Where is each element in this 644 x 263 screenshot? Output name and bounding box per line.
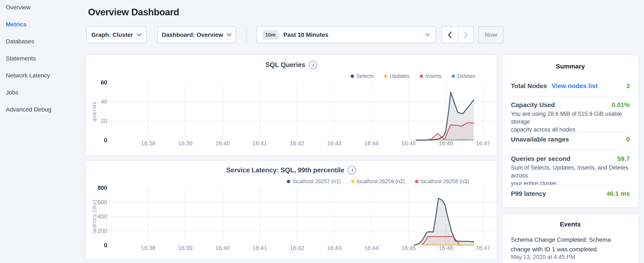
legend-label: Selects bbox=[356, 73, 374, 79]
time-range-label: Past 10 Minutes bbox=[284, 32, 328, 38]
legend-dot-icon bbox=[287, 180, 290, 183]
svg-text:16:41: 16:41 bbox=[252, 140, 267, 147]
sql-queries-chart[interactable]: 020406016:3816:3916:4016:4116:4216:4316:… bbox=[86, 55, 497, 155]
event-timestamp: May 13, 2020 at 4:45 PM bbox=[511, 254, 630, 260]
legend-label: localhost:26257 (n1) bbox=[292, 178, 341, 184]
event-item[interactable]: Schema Change Completed: Schema change w… bbox=[511, 235, 630, 254]
graph-dropdown[interactable]: Graph: Cluster bbox=[86, 26, 146, 43]
sidebar-item-databases[interactable]: Databases bbox=[6, 37, 85, 46]
svg-text:60: 60 bbox=[101, 79, 107, 86]
svg-text:16:42: 16:42 bbox=[290, 245, 304, 251]
events-title: Events bbox=[502, 221, 638, 228]
sidebar-item-metrics[interactable]: Metrics bbox=[6, 20, 85, 29]
divider bbox=[511, 132, 630, 133]
sidebar-item-advanced-debug[interactable]: Advanced Debug bbox=[6, 105, 85, 114]
summary-panel: Summary Total Nodes View nodes list 3 Ca… bbox=[502, 55, 639, 208]
time-range-dropdown[interactable]: 10m Past 10 Minutes bbox=[256, 26, 436, 43]
chart-legend: localhost:26257 (n1)localhost:26259 (n2)… bbox=[287, 178, 469, 184]
svg-text:16:39: 16:39 bbox=[178, 140, 193, 147]
capacity-used-value: 0.01% bbox=[612, 101, 630, 109]
next-interval-button[interactable] bbox=[458, 27, 474, 43]
service-latency-chart[interactable]: 020040060080016:3816:3916:4016:4116:4216… bbox=[86, 161, 497, 259]
svg-text:800: 800 bbox=[98, 185, 107, 191]
svg-text:16:38: 16:38 bbox=[141, 140, 156, 147]
svg-text:16:43: 16:43 bbox=[327, 245, 342, 251]
p99-latency-value: 46.1 ms bbox=[606, 190, 630, 197]
legend-dot-icon bbox=[351, 180, 354, 183]
svg-text:16:40: 16:40 bbox=[216, 140, 230, 147]
legend-item: localhost:26259 (n2) bbox=[351, 178, 405, 184]
svg-text:queries: queries bbox=[91, 101, 97, 122]
svg-text:16:46: 16:46 bbox=[438, 245, 453, 251]
legend-item: localhost:26257 (n1) bbox=[287, 178, 341, 184]
legend-item: Updates bbox=[384, 73, 410, 79]
svg-text:16:39: 16:39 bbox=[178, 245, 193, 251]
time-range-badge: 10m bbox=[262, 30, 278, 40]
capacity-used-row: Capacity Used 0.01% bbox=[511, 101, 630, 109]
dashboard-dropdown[interactable]: Dashboard: Overview bbox=[157, 26, 236, 43]
legend-dot-icon bbox=[350, 75, 354, 78]
chevron-down-icon bbox=[425, 34, 430, 36]
legend-label: localhost:26258 (n3) bbox=[421, 178, 469, 184]
legend-label: localhost:26259 (n2) bbox=[357, 178, 405, 184]
time-pager bbox=[442, 26, 474, 43]
svg-text:16:44: 16:44 bbox=[364, 140, 379, 147]
legend-dot-icon bbox=[452, 75, 455, 78]
divider bbox=[511, 150, 630, 150]
info-icon[interactable] bbox=[309, 61, 317, 69]
svg-text:16:41: 16:41 bbox=[252, 245, 267, 251]
unavailable-ranges-row: Unavailable ranges 0 bbox=[511, 136, 630, 143]
svg-text:16:42: 16:42 bbox=[290, 140, 304, 147]
info-icon[interactable] bbox=[348, 166, 356, 174]
legend-dot-icon bbox=[420, 75, 423, 78]
page-title: Overview Dashboard bbox=[88, 7, 179, 18]
divider bbox=[511, 96, 630, 97]
unavailable-ranges-label: Unavailable ranges bbox=[511, 136, 569, 143]
chart-legend: SelectsUpdatesInsertsDeletes bbox=[350, 73, 476, 79]
chevron-down-icon bbox=[137, 34, 142, 36]
prev-interval-button[interactable] bbox=[442, 27, 458, 43]
view-nodes-list-link[interactable]: View nodes list bbox=[552, 82, 598, 90]
queries-per-second-label: Queries per second bbox=[511, 155, 570, 162]
svg-text:16:44: 16:44 bbox=[364, 245, 379, 251]
svg-text:0: 0 bbox=[104, 242, 107, 248]
now-button[interactable]: Now bbox=[478, 26, 504, 43]
controls-divider bbox=[246, 26, 247, 43]
legend-item: Deletes bbox=[452, 73, 476, 79]
svg-text:16:38: 16:38 bbox=[141, 245, 156, 251]
sidebar-item-overview[interactable]: Overview bbox=[6, 3, 85, 12]
sidebar-item-statements[interactable]: Statements bbox=[6, 54, 85, 63]
unavailable-ranges-value: 0 bbox=[626, 136, 630, 143]
sidebar-item-network-latency[interactable]: Network Latency bbox=[6, 71, 85, 80]
total-nodes-value: 3 bbox=[626, 82, 630, 90]
now-button-label: Now bbox=[484, 32, 497, 38]
sidebar: OverviewMetricsDatabasesStatementsNetwor… bbox=[0, 3, 85, 122]
dashboard-dropdown-label: Dashboard: Overview bbox=[162, 32, 223, 38]
sql-queries-chart-card: 020406016:3816:3916:4016:4116:4216:4316:… bbox=[86, 55, 497, 156]
graph-dropdown-label: Graph: Cluster bbox=[91, 32, 133, 38]
legend-item: Inserts bbox=[420, 73, 442, 79]
p99-latency-row: P99 latency 46.1 ms bbox=[511, 190, 630, 197]
svg-text:200: 200 bbox=[98, 228, 107, 234]
chevron-down-icon bbox=[227, 34, 232, 36]
svg-text:16:43: 16:43 bbox=[327, 140, 342, 147]
legend-dot-icon bbox=[415, 180, 418, 183]
sidebar-item-jobs[interactable]: Jobs bbox=[6, 88, 85, 97]
svg-text:0: 0 bbox=[104, 137, 107, 143]
svg-text:16:45: 16:45 bbox=[402, 140, 416, 147]
events-panel: Events Schema Change Completed: Schema c… bbox=[502, 213, 639, 263]
legend-label: Deletes bbox=[457, 73, 476, 79]
chevron-right-icon bbox=[464, 32, 468, 38]
capacity-used-description: You are using 28.6 MiB of 515.9 GiB usab… bbox=[511, 110, 630, 134]
legend-item: localhost:26258 (n3) bbox=[415, 178, 469, 184]
capacity-used-label: Capacity Used bbox=[511, 101, 555, 109]
chart-title: SQL Queries bbox=[265, 61, 305, 69]
svg-text:latency (ms): latency (ms) bbox=[91, 200, 97, 234]
svg-text:16:47: 16:47 bbox=[476, 140, 490, 147]
p99-latency-label: P99 latency bbox=[511, 190, 546, 197]
svg-text:16:47: 16:47 bbox=[476, 245, 490, 251]
queries-per-second-row: Queries per second 59.7 bbox=[511, 155, 630, 162]
legend-item: Selects bbox=[350, 73, 374, 79]
svg-text:20: 20 bbox=[101, 118, 107, 124]
chevron-left-icon bbox=[448, 32, 452, 38]
